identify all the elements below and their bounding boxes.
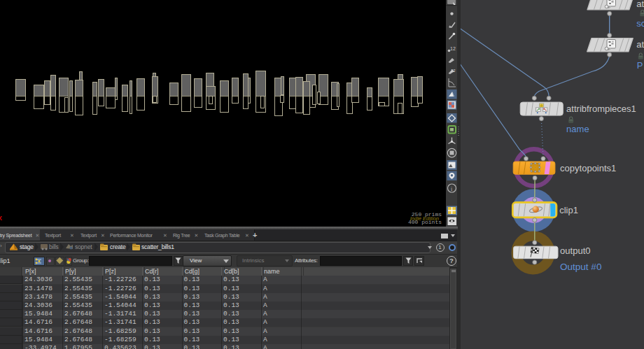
svg-text:P: P	[636, 60, 643, 71]
svg-text:name: name	[566, 124, 589, 134]
svg-text:clip1: clip1	[559, 205, 578, 215]
svg-text:attribfrompieces1: attribfrompieces1	[566, 104, 636, 114]
svg-text:12: 12	[451, 69, 456, 73]
svg-text:attri: attri	[636, 0, 644, 9]
svg-text:copytopoints1: copytopoints1	[560, 163, 616, 173]
svg-text:12: 12	[450, 46, 456, 51]
svg-text:attri: attri	[636, 39, 644, 50]
svg-text:sca: sca	[636, 18, 644, 29]
svg-text:output0: output0	[560, 245, 590, 256]
svg-text:i: i	[451, 186, 453, 192]
svg-text:Output #0: Output #0	[560, 262, 601, 272]
